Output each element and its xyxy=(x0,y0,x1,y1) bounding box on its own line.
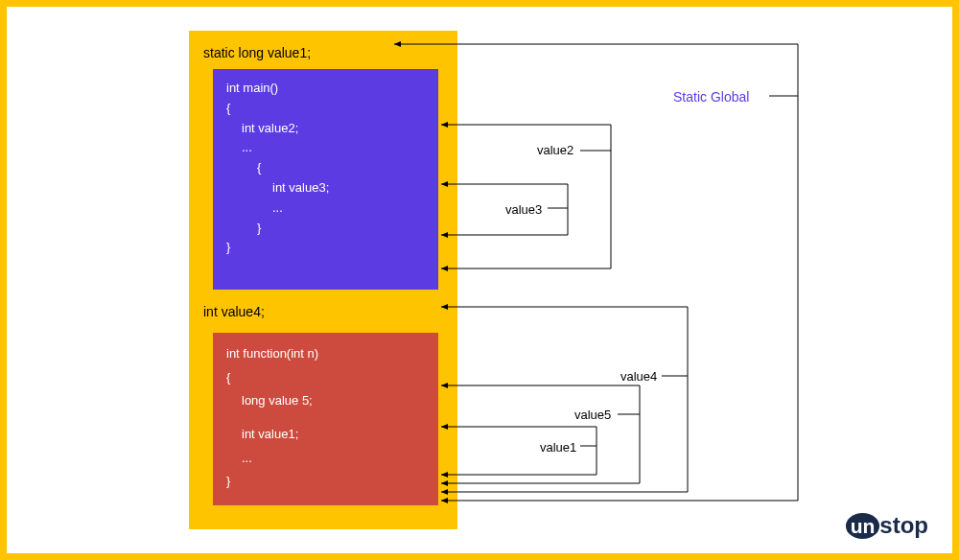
code-line: { xyxy=(226,99,425,119)
code-line: { xyxy=(226,366,425,390)
int-value4-declaration: int value4; xyxy=(203,304,265,319)
static-global-label: Static Global xyxy=(673,89,749,105)
value2-label: value2 xyxy=(537,143,573,157)
scope-arrows xyxy=(7,7,959,560)
code-line: ... xyxy=(226,198,425,219)
code-line: } xyxy=(226,470,425,494)
function-block: int function(int n) { long value 5; int … xyxy=(213,333,438,505)
value4-label: value4 xyxy=(620,369,657,384)
logo-prefix: un xyxy=(846,513,880,539)
code-line: int main() xyxy=(226,79,425,99)
code-line: int value3; xyxy=(226,178,425,198)
diagram-page: static long value1; int main() { int val… xyxy=(0,0,959,560)
code-line: } xyxy=(226,219,425,239)
static-long-declaration: static long value1; xyxy=(203,45,311,60)
logo-suffix: stop xyxy=(879,512,928,538)
main-function-block: int main() { int value2; ... { int value… xyxy=(213,69,438,290)
value5-label: value5 xyxy=(574,408,611,422)
code-line: long value 5; xyxy=(226,389,425,413)
value1-label: value1 xyxy=(540,440,576,455)
code-line: int value2; xyxy=(226,119,425,139)
code-line: int value1; xyxy=(226,423,425,447)
code-line: { xyxy=(226,158,425,178)
code-line: } xyxy=(226,238,425,258)
unstop-logo: unstop xyxy=(846,512,928,539)
code-line: ... xyxy=(226,138,425,158)
code-line: int function(int n) xyxy=(226,342,425,366)
code-line: ... xyxy=(226,447,425,471)
value3-label: value3 xyxy=(505,202,542,217)
